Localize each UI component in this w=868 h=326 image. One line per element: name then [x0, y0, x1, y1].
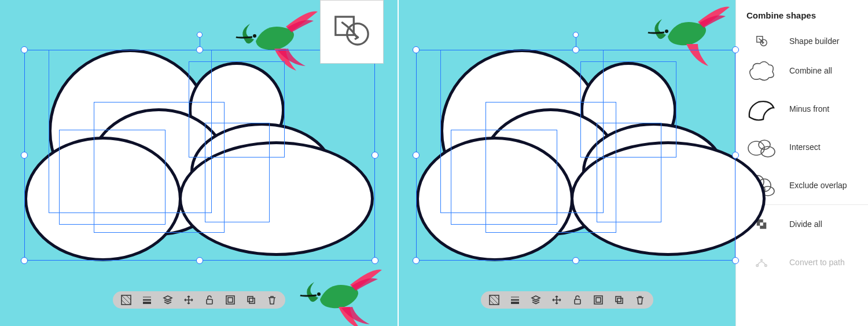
resize-handle-se[interactable] — [372, 257, 378, 264]
trash-icon[interactable] — [267, 295, 277, 305]
resize-handle-n[interactable] — [196, 46, 203, 53]
row-label: Exclude overlap — [789, 181, 847, 190]
unlock-icon[interactable] — [204, 295, 215, 305]
move-icon[interactable] — [551, 295, 562, 305]
resize-handle-n[interactable] — [572, 46, 579, 53]
resize-handle-ne[interactable] — [732, 46, 739, 53]
resize-handle-nw[interactable] — [413, 46, 420, 53]
combine-all-icon — [746, 57, 777, 84]
selection-box[interactable] — [416, 50, 735, 261]
svg-point-31 — [761, 259, 763, 261]
svg-rect-13 — [594, 296, 602, 304]
svg-rect-8 — [248, 296, 253, 302]
transparency-icon[interactable] — [121, 295, 131, 305]
svg-rect-14 — [596, 298, 601, 302]
convert-to-path-icon — [746, 249, 777, 276]
resize-handle-w[interactable] — [21, 152, 28, 159]
row-label: Shape builder — [789, 36, 839, 46]
row-shape-builder[interactable]: Shape builder — [736, 28, 868, 52]
svg-rect-15 — [616, 296, 621, 302]
row-label: Combine all — [789, 66, 832, 75]
hummingbird-art — [298, 262, 385, 326]
row-combine-all[interactable]: Combine all — [736, 52, 868, 90]
rotation-handle[interactable] — [573, 32, 579, 38]
svg-rect-16 — [617, 298, 623, 303]
row-intersect[interactable]: Intersect — [736, 128, 868, 166]
minus-front-icon — [746, 96, 777, 122]
rotation-handle[interactable] — [197, 32, 203, 38]
panel-title: Combine shapes — [736, 10, 868, 28]
row-label: Intersect — [789, 142, 821, 152]
svg-point-1 — [317, 292, 321, 296]
shape-builder-icon — [332, 14, 372, 50]
group-icon[interactable] — [593, 295, 604, 305]
shape-builder-icon — [746, 35, 777, 47]
unlock-icon[interactable] — [572, 295, 583, 305]
resize-handle-w[interactable] — [413, 152, 420, 159]
resize-handle-s[interactable] — [196, 257, 203, 264]
resize-handle-s[interactable] — [572, 257, 579, 264]
contextual-action-bar — [481, 291, 653, 309]
svg-rect-5 — [207, 299, 212, 304]
svg-rect-12 — [575, 299, 580, 304]
shape-builder-badge — [320, 0, 384, 64]
canvas-left[interactable] — [0, 0, 398, 326]
svg-rect-28 — [760, 222, 763, 226]
resize-handle-e[interactable] — [372, 152, 378, 159]
trash-icon[interactable] — [635, 295, 645, 305]
duplicate-icon[interactable] — [246, 295, 256, 305]
resize-handle-e[interactable] — [732, 152, 739, 159]
selection-box[interactable] — [24, 50, 375, 261]
svg-point-19 — [748, 141, 764, 155]
row-convert-to-path: Convert to path — [736, 243, 868, 281]
row-label: Divide all — [789, 219, 822, 229]
combine-shapes-panel: Combine shapes Shape builder Combine all… — [735, 0, 868, 326]
contextual-action-bar — [113, 291, 285, 309]
svg-point-0 — [253, 34, 256, 38]
canvas-right[interactable] — [399, 0, 735, 326]
svg-rect-7 — [228, 298, 233, 302]
move-icon[interactable] — [183, 295, 194, 305]
row-minus-front[interactable]: Minus front — [736, 90, 868, 128]
svg-point-10 — [665, 30, 668, 33]
resize-handle-nw[interactable] — [21, 46, 28, 53]
svg-rect-6 — [226, 296, 234, 304]
duplicate-icon[interactable] — [614, 295, 624, 305]
svg-rect-9 — [249, 298, 255, 303]
resize-handle-se[interactable] — [732, 257, 739, 264]
transparency-icon[interactable] — [489, 295, 499, 305]
arrange-layers-icon[interactable] — [531, 295, 541, 305]
arrange-layers-icon[interactable] — [163, 295, 173, 305]
stroke-weight-icon[interactable] — [142, 295, 152, 305]
resize-handle-sw[interactable] — [413, 257, 420, 264]
group-icon[interactable] — [225, 295, 236, 305]
intersect-icon — [746, 134, 777, 160]
row-label: Minus front — [789, 104, 829, 113]
stroke-weight-icon[interactable] — [510, 295, 520, 305]
resize-handle-sw[interactable] — [21, 257, 28, 264]
row-label: Convert to path — [789, 258, 845, 267]
